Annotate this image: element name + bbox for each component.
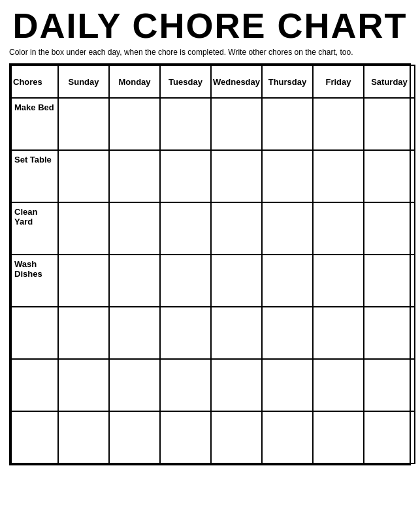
chore-checkbox-cell[interactable] [109,359,160,411]
chore-checkbox-cell[interactable] [262,98,313,150]
chore-label [11,411,58,463]
chore-checkbox-cell[interactable] [160,202,211,255]
subtitle-text: Color in the box under each day, when th… [9,48,411,57]
sunday-header: Sunday [58,65,109,98]
header-row: Chores Sunday Monday Tuesday Wednesday T… [11,65,415,98]
chore-label [11,359,58,411]
chore-checkbox-cell[interactable] [364,202,415,255]
tuesday-header: Tuesday [160,65,211,98]
chore-checkbox-cell[interactable] [364,150,415,202]
saturday-header: Saturday [364,65,415,98]
table-row: Clean Yard [11,202,415,255]
chore-checkbox-cell[interactable] [211,307,262,359]
chore-checkbox-cell[interactable] [262,202,313,255]
chore-checkbox-cell[interactable] [109,307,160,359]
chore-checkbox-cell[interactable] [313,202,364,255]
chore-checkbox-cell[interactable] [109,98,160,150]
chore-checkbox-cell[interactable] [58,255,109,307]
thursday-header: Thursday [262,65,313,98]
chore-checkbox-cell[interactable] [58,150,109,202]
table-row: Wash Dishes [11,255,415,307]
chore-checkbox-cell[interactable] [211,150,262,202]
chore-checkbox-cell[interactable] [160,255,211,307]
chore-checkbox-cell[interactable] [313,150,364,202]
chore-label [11,307,58,359]
chore-checkbox-cell[interactable] [58,411,109,463]
chore-checkbox-cell[interactable] [313,411,364,463]
chore-checkbox-cell[interactable] [211,411,262,463]
page-title: DAILY CHORE CHART [9,7,411,45]
wednesday-header: Wednesday [211,65,262,98]
chore-checkbox-cell[interactable] [313,255,364,307]
chore-checkbox-cell[interactable] [109,411,160,463]
chore-checkbox-cell[interactable] [58,359,109,411]
chore-checkbox-cell[interactable] [262,411,313,463]
table-row [11,359,415,411]
chore-label: Set Table [11,150,58,202]
table-row [11,307,415,359]
chore-checkbox-cell[interactable] [364,98,415,150]
chore-label: Wash Dishes [11,255,58,307]
chore-checkbox-cell[interactable] [364,307,415,359]
chore-checkbox-cell[interactable] [262,359,313,411]
chore-checkbox-cell[interactable] [211,98,262,150]
chore-label: Make Bed [11,98,58,150]
chore-checkbox-cell[interactable] [160,359,211,411]
table-row: Make Bed [11,98,415,150]
chore-label: Clean Yard [11,202,58,255]
chore-checkbox-cell[interactable] [313,359,364,411]
chore-checkbox-cell[interactable] [262,307,313,359]
table-row [11,411,415,463]
chore-checkbox-cell[interactable] [262,255,313,307]
chore-checkbox-cell[interactable] [58,307,109,359]
chore-checkbox-cell[interactable] [364,411,415,463]
chore-checkbox-cell[interactable] [160,150,211,202]
chore-checkbox-cell[interactable] [313,307,364,359]
chore-checkbox-cell[interactable] [109,255,160,307]
chore-checkbox-cell[interactable] [211,359,262,411]
friday-header: Friday [313,65,364,98]
chore-checkbox-cell[interactable] [160,98,211,150]
chores-header: Chores [11,65,58,98]
monday-header: Monday [109,65,160,98]
chore-checkbox-cell[interactable] [109,202,160,255]
chore-checkbox-cell[interactable] [262,150,313,202]
table-row: Set Table [11,150,415,202]
chore-checkbox-cell[interactable] [364,359,415,411]
chore-checkbox-cell[interactable] [211,202,262,255]
chore-checkbox-cell[interactable] [58,202,109,255]
chore-chart: Chores Sunday Monday Tuesday Wednesday T… [9,63,411,465]
chore-checkbox-cell[interactable] [160,411,211,463]
chore-checkbox-cell[interactable] [364,255,415,307]
chore-checkbox-cell[interactable] [160,307,211,359]
chore-checkbox-cell[interactable] [58,98,109,150]
chore-checkbox-cell[interactable] [109,150,160,202]
chore-checkbox-cell[interactable] [313,98,364,150]
chore-checkbox-cell[interactable] [211,255,262,307]
